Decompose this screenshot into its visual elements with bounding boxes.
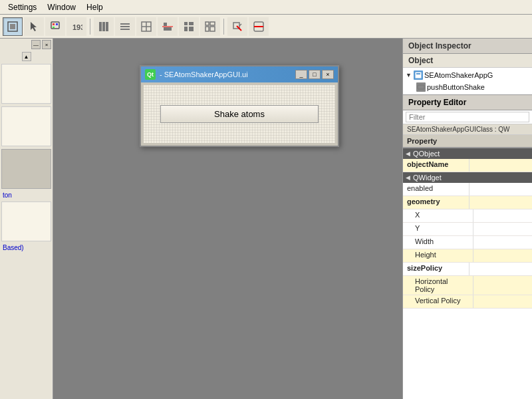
pe-row-width[interactable]: Width: [403, 236, 532, 249]
pe-prop-y: Y: [403, 223, 473, 235]
menu-settings[interactable]: Settings: [3, 1, 42, 13]
svg-rect-33: [415, 72, 422, 78]
object-tree: ▼ SEAtomShakerAppG pushButtonShake: [403, 68, 532, 94]
main-area: — × ▲ ton Based) Qt - SEAtomShakerAppGUI…: [0, 39, 532, 399]
sidebar-header: — ×: [0, 39, 53, 51]
toolbar-align-h[interactable]: [158, 17, 178, 36]
toolbar-paint[interactable]: [45, 17, 65, 36]
toolbar-center[interactable]: [136, 17, 156, 36]
pe-val-vpolicy: [473, 295, 533, 308]
svg-rect-17: [164, 23, 167, 26]
property-editor-title: Property Editor: [403, 94, 532, 110]
pe-group-arrow-qwidget: ◀: [406, 174, 410, 181]
pe-val-objectname: [469, 159, 533, 172]
qt-maximize-btn[interactable]: □: [309, 70, 321, 79]
toolbar-grid2[interactable]: [200, 17, 220, 36]
sidebar-pin-btn[interactable]: —: [31, 40, 41, 49]
pe-row-height[interactable]: Height: [403, 249, 532, 263]
pe-val-enabled: [469, 183, 533, 196]
pe-group-arrow-qobject: ◀: [406, 150, 410, 157]
pe-val-sizepolicy: [469, 263, 533, 275]
sidebar-block-dark: [1, 149, 51, 189]
toolbar-select[interactable]: [3, 17, 23, 36]
svg-rect-18: [164, 27, 172, 31]
svg-rect-21: [189, 22, 194, 25]
qt-logo: Qt: [145, 69, 156, 80]
pe-row-objectname[interactable]: objectName: [403, 159, 532, 172]
pe-group-label-qwidget: QWidget: [413, 174, 442, 182]
svg-rect-20: [184, 22, 188, 25]
pe-prop-x: X: [403, 209, 473, 222]
svg-rect-6: [53, 27, 55, 28]
pe-val-hpolicy: [473, 276, 533, 295]
sidebar-block-3: [1, 201, 51, 241]
pe-prop-vpolicy: Vertical Policy: [403, 295, 473, 308]
toolbar-grid[interactable]: [179, 17, 199, 36]
pe-row-hpolicy[interactable]: Horizontal Policy: [403, 276, 532, 295]
toolbar-pointer[interactable]: [24, 17, 44, 36]
svg-rect-34: [416, 73, 420, 74]
qt-minimize-btn[interactable]: _: [295, 70, 307, 79]
property-editor: Property Editor SEAtomShakerAppGUIClass …: [403, 94, 532, 399]
toolbar-run[interactable]: [249, 17, 269, 36]
property-filter-input[interactable]: [406, 112, 529, 122]
sidebar-close-btn[interactable]: ×: [42, 40, 51, 49]
pe-row-x[interactable]: X: [403, 209, 532, 223]
pe-val-width: [473, 236, 533, 249]
pe-row-y[interactable]: Y: [403, 223, 532, 236]
property-filter: [403, 110, 532, 124]
tree-icon-form: [414, 70, 423, 80]
svg-rect-4: [53, 23, 55, 25]
toolbar-num[interactable]: 193: [66, 17, 86, 36]
pe-val-height: [473, 249, 533, 262]
pe-group-qobject[interactable]: ◀ QObject: [403, 148, 532, 159]
qt-titlebar: Qt - SEAtomShakerAppGUI.ui _ □ ×: [141, 66, 338, 82]
pe-prop-width: Width: [403, 236, 473, 249]
svg-rect-24: [205, 22, 209, 25]
qt-window-title: - SEAtomShakerAppGUI.ui: [160, 70, 291, 78]
shake-atoms-button[interactable]: Shake atoms: [160, 105, 319, 123]
qt-close-btn[interactable]: ×: [322, 70, 334, 79]
pe-row-sizepolicy[interactable]: sizePolicy: [403, 263, 532, 276]
pe-group-label-qobject: QObject: [413, 150, 440, 158]
pe-group-qwidget[interactable]: ◀ QWidget: [403, 172, 532, 183]
svg-text:193: 193: [72, 23, 82, 31]
svg-rect-5: [56, 23, 58, 25]
pe-val-y: [473, 223, 533, 235]
toolbar-sep1: [90, 19, 90, 35]
menu-window[interactable]: Window: [42, 1, 81, 13]
svg-rect-23: [189, 27, 194, 31]
object-label: Object: [403, 54, 532, 68]
right-panel: Object Inspector Object ▼ SEAtomShakerAp…: [402, 39, 532, 399]
svg-rect-10: [106, 22, 108, 31]
pe-prop-objectname: objectName: [403, 159, 469, 172]
property-table: Property ◀ QObject objectName ◀ QWidget …: [403, 135, 532, 399]
canvas-area[interactable]: Qt - SEAtomShakerAppGUI.ui _ □ × Shake a…: [53, 39, 402, 399]
pe-row-geometry[interactable]: geometry: [403, 196, 532, 209]
object-inspector-title: Object Inspector: [403, 39, 532, 54]
menu-help[interactable]: Help: [81, 1, 108, 13]
pe-prop-sizepolicy: sizePolicy: [403, 263, 469, 275]
tree-item-btn[interactable]: pushButtonShake: [403, 81, 532, 93]
svg-rect-3: [51, 22, 59, 29]
sidebar-block-2: [1, 106, 51, 146]
pe-prop-height: Height: [403, 249, 473, 262]
tree-icon-btn: [416, 82, 426, 92]
svg-rect-35: [418, 85, 424, 89]
tree-item-app[interactable]: ▼ SEAtomShakerAppG: [403, 69, 532, 81]
pe-prop-geometry: geometry: [403, 196, 469, 209]
svg-marker-2: [31, 22, 37, 31]
toolbar-lines[interactable]: [115, 17, 135, 36]
sidebar-scroll-up[interactable]: ▲: [22, 52, 31, 61]
property-col-header: Property: [403, 135, 532, 148]
svg-rect-13: [120, 29, 130, 30]
sidebar-block-1: [1, 64, 51, 104]
qt-window: Qt - SEAtomShakerAppGUI.ui _ □ × Shake a…: [140, 65, 339, 147]
svg-rect-12: [120, 26, 130, 27]
tree-label-btn: pushButtonShake: [427, 83, 485, 91]
toolbar-cols[interactable]: [94, 17, 114, 36]
left-sidebar: — × ▲ ton Based): [0, 39, 53, 399]
toolbar-edit[interactable]: [227, 17, 247, 36]
pe-row-enabled[interactable]: enabled: [403, 183, 532, 196]
pe-row-vpolicy[interactable]: Vertical Policy: [403, 295, 532, 309]
